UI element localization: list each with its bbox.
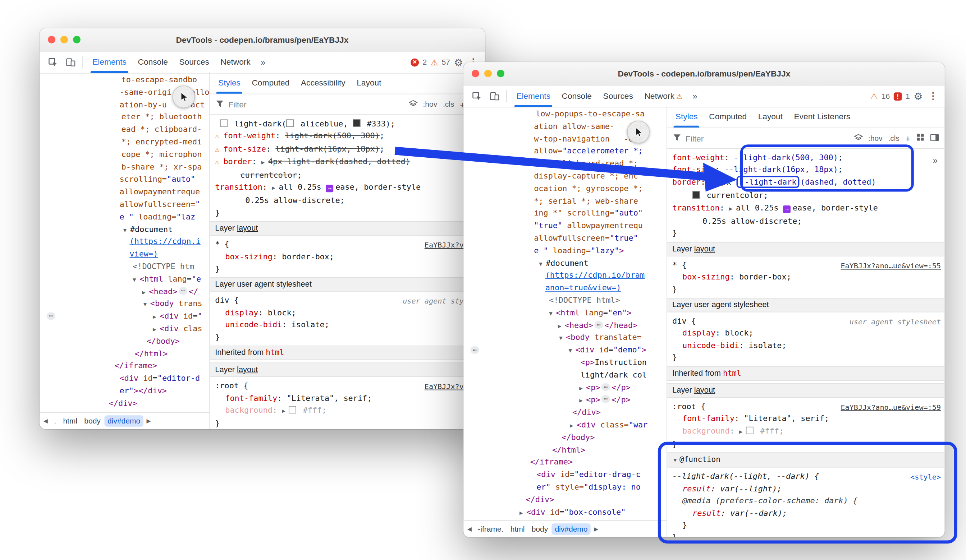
css-declaration-line[interactable]: transition: ▶ all 0.25s ~ease, border-st… <box>667 201 945 215</box>
css-declaration-line[interactable]: } <box>210 331 485 343</box>
dom-tree-row[interactable]: display-capture *; enc <box>463 170 667 182</box>
tab-network[interactable]: Network <box>215 51 256 72</box>
css-declaration-line[interactable]: font-family: "Literata", serif; <box>667 413 945 424</box>
element-classes-button[interactable]: .cls <box>443 100 454 108</box>
dom-tree-row[interactable]: <p>Instruction <box>463 356 667 369</box>
css-declaration-line[interactable]: 0.25s allow-discrete; <box>667 215 945 227</box>
css-declaration-line[interactable]: } <box>210 418 485 429</box>
disclosure-triangle-icon[interactable]: ▶ <box>579 397 586 403</box>
style-tag-link[interactable]: <style> <box>910 472 941 484</box>
breadcrumb-item[interactable]: html <box>507 523 528 534</box>
disclosure-triangle-icon[interactable]: ▼ <box>539 260 546 267</box>
disclosure-triangle-icon[interactable]: ▶ <box>153 326 159 332</box>
resource-link[interactable]: (https://cdpn.i <box>130 236 200 246</box>
layer-link[interactable]: layout <box>694 386 715 395</box>
tab-accessibility[interactable]: Accessibility <box>295 72 351 93</box>
css-declaration-line[interactable]: font-weight: --light-dark(500, 300); <box>667 152 945 164</box>
tab-console[interactable]: Console <box>132 51 174 72</box>
css-declaration-line[interactable]: * {EaYBJJx?ano…ue&view=:55 <box>667 259 945 271</box>
css-declaration-line[interactable]: } <box>210 263 485 275</box>
disclosure-triangle-icon[interactable]: ▶ <box>261 159 268 165</box>
tab-sources[interactable]: Sources <box>174 51 215 72</box>
dom-tree-row[interactable]: ▶ <div id="box-console" <box>463 505 667 518</box>
dom-tree-row[interactable]: b-share *; xr-spa <box>39 160 209 173</box>
settings-gear-icon[interactable]: ⚙ <box>454 56 463 68</box>
highlighted-light-dark-token[interactable]: --light-dark <box>737 176 800 188</box>
minimize-button[interactable] <box>484 70 492 77</box>
disclosure-triangle-icon[interactable]: ▶ <box>570 422 577 428</box>
css-declaration-line[interactable]: :root {EaYBJJx?ano…ue&view=:59 <box>667 400 945 413</box>
inspect-element-icon[interactable] <box>468 88 485 104</box>
close-button[interactable] <box>472 70 479 77</box>
css-declaration-line[interactable]: currentcolor; <box>667 189 945 201</box>
dom-tree[interactable]: to-escape-sandbo-same-origi alloation-by… <box>39 72 209 412</box>
disclosure-triangle-icon[interactable]: ▼ <box>123 227 130 233</box>
collapsed-content-icon[interactable]: ⋯ <box>471 346 480 354</box>
tab-computed[interactable]: Computed <box>703 106 752 128</box>
layer-link[interactable]: layout <box>694 244 715 253</box>
layers-icon[interactable] <box>854 134 863 143</box>
crumb-scroll-right-icon[interactable]: ▶ <box>591 526 601 532</box>
disclosure-triangle-icon[interactable]: ▶ <box>558 323 565 329</box>
dom-tree-row[interactable]: -same-origi allo <box>39 86 209 98</box>
more-panels-chevron[interactable]: » <box>257 57 269 67</box>
dom-tree-row[interactable]: ocation *; gyroscope *; <box>463 182 667 195</box>
css-declaration-line[interactable]: display: block; <box>667 327 945 339</box>
resource-link[interactable]: anon=true&view=) <box>545 283 621 292</box>
tab-console[interactable]: Console <box>556 85 598 107</box>
titlebar[interactable]: DevTools - codepen.io/bramus/pen/EaYBJJx <box>463 62 945 85</box>
bezier-editor-icon[interactable]: ~ <box>326 185 334 192</box>
kebab-menu-icon[interactable]: ⋮ <box>927 90 940 102</box>
element-classes-button[interactable]: .cls <box>888 134 899 142</box>
dom-tree-row[interactable]: ▼ <body translate= <box>463 332 667 344</box>
dom-tree-row[interactable]: <!DOCTYPE html> <box>463 294 667 307</box>
styles-content[interactable]: light-dark( aliceblue, #333);⚠ font-weig… <box>210 115 485 429</box>
tab-elements[interactable]: Elements <box>87 51 132 72</box>
warning-count[interactable]: 57 <box>442 58 450 66</box>
dom-tree-row[interactable]: <div id="editor-d <box>39 372 209 385</box>
tab-layout[interactable]: Layout <box>752 106 789 128</box>
dom-tree-row[interactable]: scrolling="auto" <box>39 173 209 186</box>
dom-tree-row[interactable]: e " loading="lazy"> <box>463 244 667 257</box>
dom-tree-row[interactable]: light/dark col <box>463 368 667 381</box>
color-swatch-white[interactable] <box>286 119 294 127</box>
inspect-element-icon[interactable] <box>44 54 61 70</box>
breadcrumb-item[interactable]: -iframe. <box>475 523 507 534</box>
titlebar[interactable]: DevTools - codepen.io/bramus/pen/EaYBJJx <box>39 28 485 52</box>
dom-tree-row[interactable]: anon=true&view=) <box>463 282 667 294</box>
dom-tree-row[interactable]: ▶ <p>⋯</p> <box>463 394 667 406</box>
disclosure-triangle-icon[interactable]: ▼ <box>568 348 575 354</box>
styles-content[interactable]: font-weight: --light-dark(500, 300);font… <box>667 149 945 537</box>
dom-tree-row[interactable]: er"></div> <box>39 384 209 397</box>
dom-tree-row[interactable]: a *; clipboard-read *; <box>463 157 667 170</box>
css-declaration-line[interactable]: } <box>667 351 945 364</box>
zoom-button[interactable] <box>73 36 80 43</box>
dom-tree-row[interactable]: ▼ <html lang="e <box>39 273 209 285</box>
dom-tree-row[interactable]: low-popups-to-escape-sa <box>463 107 667 120</box>
css-declaration-line[interactable]: display: block; <box>210 306 485 319</box>
css-declaration-line[interactable]: currentcolor; <box>210 169 485 181</box>
disclosure-triangle-icon[interactable]: ▶ <box>142 289 149 295</box>
css-declaration-line[interactable]: light-dark( aliceblue, #333); <box>210 118 485 130</box>
collapsed-content-icon[interactable]: ⋯ <box>179 287 188 295</box>
tab-computed[interactable]: Computed <box>246 72 295 93</box>
css-declaration-line[interactable]: font-family: "Literata", serif; <box>210 392 485 404</box>
dom-tree-row[interactable]: ▶ <div class="war <box>463 419 667 431</box>
dom-tree-row[interactable]: </html> <box>39 347 209 360</box>
color-swatch-white[interactable] <box>289 406 296 413</box>
dom-tree-row[interactable]: ation allow-same- igin <box>463 120 667 133</box>
error-count[interactable]: 2 <box>422 58 427 66</box>
error-icon[interactable]: ✕ <box>411 58 419 66</box>
disclosure-triangle-icon[interactable]: ▼ <box>559 335 566 341</box>
breadcrumb-item-selected[interactable]: div#demo <box>104 415 143 426</box>
css-declaration-line[interactable]: result: var(--light); <box>667 482 945 495</box>
css-declaration-line[interactable]: background: ▶ #fff; <box>210 404 485 418</box>
css-declaration-line[interactable]: box-sizing: border-box; <box>667 271 945 283</box>
dom-tree-row[interactable]: ⋯▶ <div id=" <box>39 310 209 323</box>
layers-icon[interactable] <box>408 100 417 109</box>
css-declaration-line[interactable]: 0.25s allow-discrete; <box>210 194 485 206</box>
dom-tree-row[interactable]: ead *; clipboard- <box>39 123 209 136</box>
collapsed-content-icon[interactable]: ⋯ <box>601 383 610 390</box>
color-swatch-white[interactable] <box>746 426 754 434</box>
dom-tree-row[interactable]: (https://cdpn.io/bram <box>463 269 667 282</box>
